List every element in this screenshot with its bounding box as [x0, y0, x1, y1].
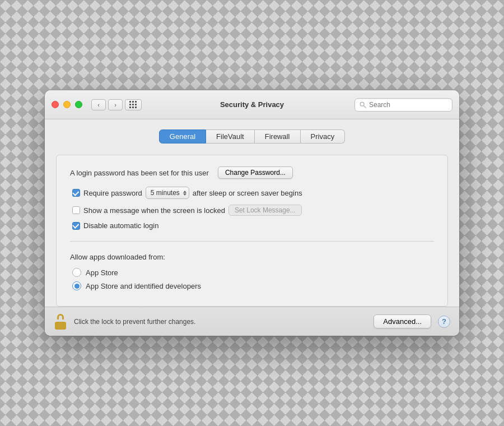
show-message-label: Show a message when the screen is locked [83, 206, 225, 215]
maximize-button[interactable] [75, 101, 82, 108]
lock-shackle [57, 314, 64, 320]
require-password-checkbox[interactable] [72, 189, 80, 197]
require-password-label: Require password [83, 189, 142, 197]
change-password-button[interactable]: Change Password... [218, 166, 293, 179]
svg-point-0 [360, 102, 364, 106]
show-message-checkbox[interactable] [72, 206, 80, 214]
arrow-up-icon [183, 191, 186, 193]
disable-login-label: Disable automatic login [83, 221, 158, 230]
password-time-dropdown[interactable]: 5 minutes [146, 187, 189, 199]
password-set-text: A login password has been set for this u… [70, 169, 209, 177]
forward-button[interactable]: › [108, 99, 123, 110]
appstore-radio[interactable] [72, 268, 81, 277]
appstore-identified-label: App Store and identified developers [86, 282, 201, 290]
appstore-identified-radio-row: App Store and identified developers [70, 281, 434, 290]
grid-button[interactable] [125, 99, 142, 110]
show-message-row: Show a message when the screen is locked… [70, 205, 434, 216]
advanced-button[interactable]: Advanced... [374, 314, 431, 328]
titlebar: ‹ › Security & Privacy [45, 90, 459, 119]
window: ‹ › Security & Privacy General FileVault… [45, 90, 459, 336]
require-password-row: Require password 5 minutes after sleep o… [70, 187, 434, 199]
password-section: A login password has been set for this u… [70, 166, 434, 230]
lock-body [55, 322, 66, 330]
search-icon [360, 101, 366, 108]
svg-line-1 [364, 105, 366, 107]
lock-icon[interactable] [54, 314, 67, 330]
section-divider [70, 241, 434, 242]
search-box[interactable] [354, 98, 452, 112]
search-input[interactable] [369, 101, 447, 109]
password-row: A login password has been set for this u… [70, 166, 434, 179]
allow-apps-section: Allow apps downloaded from: App Store Ap… [70, 253, 434, 290]
general-panel: A login password has been set for this u… [56, 155, 448, 307]
appstore-label: App Store [86, 268, 118, 277]
back-button[interactable]: ‹ [91, 99, 106, 110]
lock-text: Click the lock to prevent further change… [74, 318, 367, 326]
appstore-identified-radio[interactable] [72, 281, 81, 290]
set-lock-message-button[interactable]: Set Lock Message... [228, 205, 302, 216]
dropdown-arrows [183, 191, 186, 196]
disable-login-checkbox[interactable] [72, 222, 80, 230]
minimize-button[interactable] [63, 101, 71, 108]
tab-privacy[interactable]: Privacy [301, 129, 346, 143]
window-title: Security & Privacy [220, 100, 284, 109]
after-sleep-text: after sleep or screen saver begins [193, 189, 302, 197]
arrow-down-icon [183, 193, 186, 196]
tab-firewall[interactable]: Firewall [255, 129, 301, 143]
dropdown-value: 5 minutes [151, 189, 180, 197]
tab-general[interactable]: General [159, 129, 206, 143]
appstore-radio-row: App Store [70, 268, 434, 277]
content: General FileVault Firewall Privacy A log… [45, 119, 459, 307]
disable-login-row: Disable automatic login [70, 221, 434, 230]
close-button[interactable] [52, 101, 59, 108]
traffic-lights [52, 101, 82, 108]
nav-buttons: ‹ › [91, 99, 123, 110]
bottombar: Click the lock to prevent further change… [45, 307, 459, 336]
tab-filevault[interactable]: FileVault [206, 129, 255, 143]
grid-icon [129, 101, 137, 109]
tabs: General FileVault Firewall Privacy [56, 129, 448, 143]
allow-apps-label: Allow apps downloaded from: [70, 253, 434, 261]
help-button[interactable]: ? [438, 316, 450, 328]
